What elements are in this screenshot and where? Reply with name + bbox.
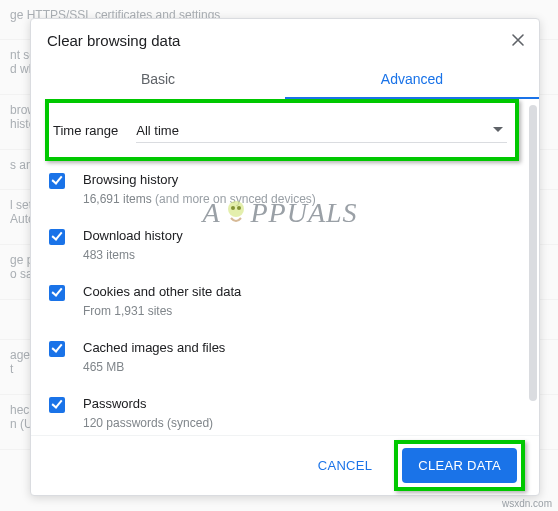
item-browsing-history: Browsing history 16,691 items (and more … bbox=[45, 161, 519, 217]
dialog-title: Clear browsing data bbox=[47, 32, 180, 49]
item-title: Cached images and files bbox=[83, 339, 225, 357]
checkbox-cached-images[interactable] bbox=[49, 341, 65, 357]
item-title: Browsing history bbox=[83, 171, 316, 189]
time-range-label: Time range bbox=[53, 123, 118, 138]
time-range-select[interactable]: All time bbox=[136, 117, 507, 143]
item-title: Cookies and other site data bbox=[83, 283, 241, 301]
scrollbar-thumb[interactable] bbox=[529, 105, 537, 401]
item-passwords: Passwords 120 passwords (synced) bbox=[45, 385, 519, 435]
item-cookies: Cookies and other site data From 1,931 s… bbox=[45, 273, 519, 329]
dialog-header: Clear browsing data bbox=[31, 19, 539, 61]
cancel-button[interactable]: CANCEL bbox=[304, 450, 387, 481]
item-subtitle: From 1,931 sites bbox=[83, 303, 241, 319]
checkbox-browsing-history[interactable] bbox=[49, 173, 65, 189]
image-credit: wsxdn.com bbox=[502, 498, 552, 509]
scroll-area: Time range All time Browsing history 16,… bbox=[31, 99, 525, 435]
item-subtitle: 16,691 items (and more on synced devices… bbox=[83, 191, 316, 207]
tab-basic[interactable]: Basic bbox=[31, 61, 285, 99]
item-cached-images: Cached images and files 465 MB bbox=[45, 329, 519, 385]
close-button[interactable] bbox=[505, 27, 531, 53]
item-subtitle: 465 MB bbox=[83, 359, 225, 375]
dialog-content: Time range All time Browsing history 16,… bbox=[31, 99, 539, 435]
time-range-row: Time range All time bbox=[45, 99, 519, 161]
checkbox-download-history[interactable] bbox=[49, 229, 65, 245]
time-range-value: All time bbox=[136, 123, 179, 138]
clear-data-button[interactable]: CLEAR DATA bbox=[402, 448, 517, 483]
item-subtitle: 120 passwords (synced) bbox=[83, 415, 213, 431]
close-icon bbox=[511, 33, 525, 47]
tab-advanced[interactable]: Advanced bbox=[285, 61, 539, 99]
checkbox-cookies[interactable] bbox=[49, 285, 65, 301]
item-title: Download history bbox=[83, 227, 183, 245]
dialog-footer: CANCEL CLEAR DATA bbox=[31, 435, 539, 495]
clear-data-highlight: CLEAR DATA bbox=[394, 440, 525, 491]
item-download-history: Download history 483 items bbox=[45, 217, 519, 273]
chevron-down-icon bbox=[493, 121, 503, 136]
checkbox-passwords[interactable] bbox=[49, 397, 65, 413]
item-title: Passwords bbox=[83, 395, 213, 413]
tabs: Basic Advanced bbox=[31, 61, 539, 99]
item-subtitle: 483 items bbox=[83, 247, 183, 263]
clear-browsing-data-dialog: Clear browsing data Basic Advanced Time … bbox=[30, 18, 540, 496]
